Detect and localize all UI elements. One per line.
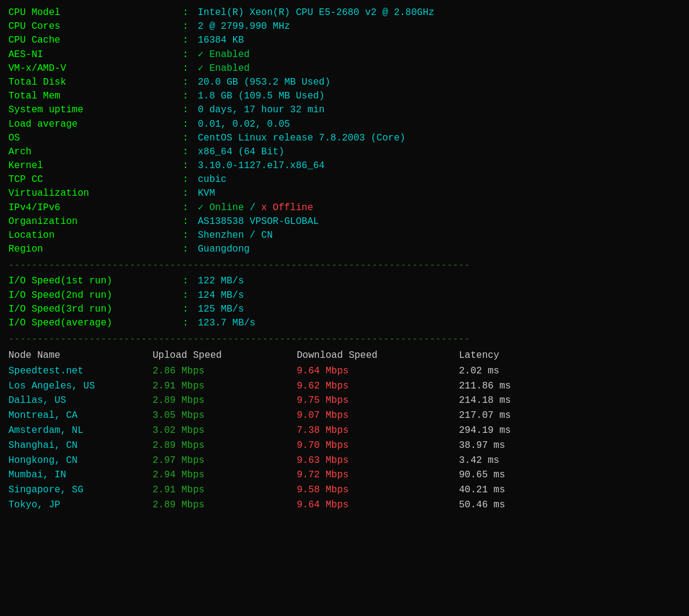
arch-row: Arch : x86_64 (64 Bit)	[8, 145, 681, 159]
os-label: OS	[8, 131, 183, 145]
row-download-5: 9.70 Mbps	[297, 438, 459, 453]
row-latency-8: 40.21 ms	[459, 483, 567, 498]
aes-ni-row: AES-NI : ✓ Enabled	[8, 48, 681, 62]
table-row: Dallas, US 2.89 Mbps 9.75 Mbps 214.18 ms	[8, 393, 681, 408]
row-download-6: 9.63 Mbps	[297, 453, 459, 468]
table-row: Singapore, SG 2.91 Mbps 9.58 Mbps 40.21 …	[8, 483, 681, 498]
io-avg-row: I/O Speed(average) : 123.7 MB/s	[8, 316, 681, 330]
table-row: Los Angeles, US 2.91 Mbps 9.62 Mbps 211.…	[8, 379, 681, 394]
row-node-7: Mumbai, IN	[8, 468, 153, 483]
col-download-header: Download Speed	[297, 348, 459, 364]
table-row: Hongkong, CN 2.97 Mbps 9.63 Mbps 3.42 ms	[8, 453, 681, 468]
network-table-header: Node Name Upload Speed Download Speed La…	[8, 348, 681, 364]
total-mem-label: Total Mem	[8, 89, 183, 103]
ipv-row: IPv4/IPv6 : ✓ Online / x Offline	[8, 201, 681, 215]
vm-amd-row: VM-x/AMD-V : ✓ Enabled	[8, 62, 681, 76]
virt-value: KVM	[198, 187, 215, 201]
row-upload-0: 2.86 Mbps	[153, 364, 297, 379]
row-node-9: Tokyo, JP	[8, 498, 153, 513]
table-row: Amsterdam, NL 3.02 Mbps 7.38 Mbps 294.19…	[8, 423, 681, 438]
arch-label: Arch	[8, 145, 183, 159]
io3-row: I/O Speed(3rd run) : 125 MB/s	[8, 303, 681, 316]
row-upload-8: 2.91 Mbps	[153, 483, 297, 498]
io-section: I/O Speed(1st run) : 122 MB/s I/O Speed(…	[8, 274, 681, 330]
virt-row: Virtualization : KVM	[8, 187, 681, 201]
row-latency-9: 50.46 ms	[459, 498, 567, 513]
io3-label: I/O Speed(3rd run)	[8, 303, 183, 316]
org-row: Organization : AS138538 VPSOR-GLOBAL	[8, 215, 681, 229]
row-node-8: Singapore, SG	[8, 483, 153, 498]
row-node-2: Dallas, US	[8, 393, 153, 408]
region-row: Region : Guangdong	[8, 243, 681, 256]
row-latency-6: 3.42 ms	[459, 453, 567, 468]
io2-value: 124 MB/s	[198, 289, 244, 303]
location-value: Shenzhen / CN	[198, 229, 273, 243]
cpu-model-label: CPU Model	[8, 6, 183, 20]
row-latency-7: 90.65 ms	[459, 468, 567, 483]
io1-label: I/O Speed(1st run)	[8, 274, 183, 288]
load-avg-label: Load average	[8, 118, 183, 131]
cpu-cores-value: 2 @ 2799.990 MHz	[198, 20, 290, 34]
uptime-row: System uptime : 0 days, 17 hour 32 min	[8, 103, 681, 117]
uptime-value: 0 days, 17 hour 32 min	[198, 103, 324, 117]
aes-ni-value: ✓ Enabled	[198, 48, 249, 62]
row-node-1: Los Angeles, US	[8, 379, 153, 394]
total-disk-value: 20.0 GB (953.2 MB Used)	[198, 76, 330, 89]
total-disk-row: Total Disk : 20.0 GB (953.2 MB Used)	[8, 76, 681, 89]
row-download-1: 9.62 Mbps	[297, 379, 459, 394]
row-download-9: 9.64 Mbps	[297, 498, 459, 513]
total-mem-row: Total Mem : 1.8 GB (109.5 MB Used)	[8, 89, 681, 103]
row-download-2: 9.75 Mbps	[297, 393, 459, 408]
row-upload-7: 2.94 Mbps	[153, 468, 297, 483]
location-row: Location : Shenzhen / CN	[8, 229, 681, 243]
org-label: Organization	[8, 215, 183, 229]
cpu-model-row: CPU Model : Intel(R) Xeon(R) CPU E5-2680…	[8, 6, 681, 20]
row-download-7: 9.72 Mbps	[297, 468, 459, 483]
table-row: Tokyo, JP 2.89 Mbps 9.64 Mbps 50.46 ms	[8, 498, 681, 513]
cpu-cache-label: CPU Cache	[8, 34, 183, 47]
io3-value: 125 MB/s	[198, 303, 244, 316]
tcp-cc-label: TCP CC	[8, 173, 183, 187]
table-row: Speedtest.net 2.86 Mbps 9.64 Mbps 2.02 m…	[8, 364, 681, 379]
arch-value: x86_64 (64 Bit)	[198, 145, 284, 159]
cpu-cache-row: CPU Cache : 16384 KB	[8, 34, 681, 47]
load-avg-row: Load average : 0.01, 0.02, 0.05	[8, 118, 681, 131]
ipv-online: ✓ Online	[198, 201, 244, 215]
location-label: Location	[8, 229, 183, 243]
io1-row: I/O Speed(1st run) : 122 MB/s	[8, 274, 681, 288]
tcp-cc-value: cubic	[198, 173, 226, 187]
row-latency-2: 214.18 ms	[459, 393, 567, 408]
region-label: Region	[8, 243, 183, 256]
network-section: Node Name Upload Speed Download Speed La…	[8, 348, 681, 513]
uptime-label: System uptime	[8, 103, 183, 117]
table-row: Shanghai, CN 2.89 Mbps 9.70 Mbps 38.97 m…	[8, 438, 681, 453]
row-node-5: Shanghai, CN	[8, 438, 153, 453]
load-avg-value: 0.01, 0.02, 0.05	[198, 118, 290, 131]
total-mem-value: 1.8 GB (109.5 MB Used)	[198, 89, 324, 103]
row-node-3: Montreal, CA	[8, 408, 153, 423]
col-latency-header: Latency	[459, 348, 567, 364]
io-avg-value: 123.7 MB/s	[198, 316, 255, 330]
table-row: Montreal, CA 3.05 Mbps 9.07 Mbps 217.07 …	[8, 408, 681, 423]
row-latency-0: 2.02 ms	[459, 364, 567, 379]
ipv-label: IPv4/IPv6	[8, 201, 183, 215]
system-info-section: CPU Model : Intel(R) Xeon(R) CPU E5-2680…	[8, 6, 681, 256]
col-node-header: Node Name	[8, 348, 153, 364]
row-upload-3: 3.05 Mbps	[153, 408, 297, 423]
row-upload-4: 3.02 Mbps	[153, 423, 297, 438]
io2-row: I/O Speed(2nd run) : 124 MB/s	[8, 289, 681, 303]
vm-amd-value: ✓ Enabled	[198, 62, 249, 76]
io1-value: 122 MB/s	[198, 274, 244, 288]
io2-label: I/O Speed(2nd run)	[8, 289, 183, 303]
kernel-row: Kernel : 3.10.0-1127.el7.x86_64	[8, 159, 681, 173]
ipv-separator: /	[244, 201, 261, 215]
cpu-model-value: Intel(R) Xeon(R) CPU E5-2680 v2 @ 2.80GH…	[198, 6, 434, 20]
row-download-0: 9.64 Mbps	[297, 364, 459, 379]
os-row: OS : CentOS Linux release 7.8.2003 (Core…	[8, 131, 681, 145]
aes-ni-label: AES-NI	[8, 48, 183, 62]
row-download-4: 7.38 Mbps	[297, 423, 459, 438]
cpu-cache-value: 16384 KB	[198, 34, 244, 47]
row-upload-9: 2.89 Mbps	[153, 498, 297, 513]
kernel-value: 3.10.0-1127.el7.x86_64	[198, 159, 324, 173]
org-value: AS138538 VPSOR-GLOBAL	[198, 215, 319, 229]
